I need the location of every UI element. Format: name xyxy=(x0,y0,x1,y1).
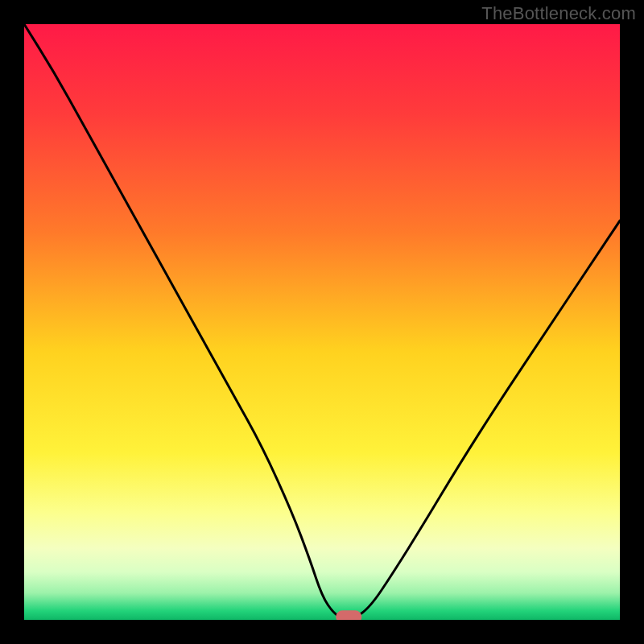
chart-frame: TheBottleneck.com xyxy=(0,0,644,644)
watermark-text: TheBottleneck.com xyxy=(481,3,636,24)
chart-svg xyxy=(24,24,620,620)
plot-area xyxy=(24,24,620,620)
gradient-background xyxy=(24,24,620,620)
optimal-marker xyxy=(336,610,361,620)
